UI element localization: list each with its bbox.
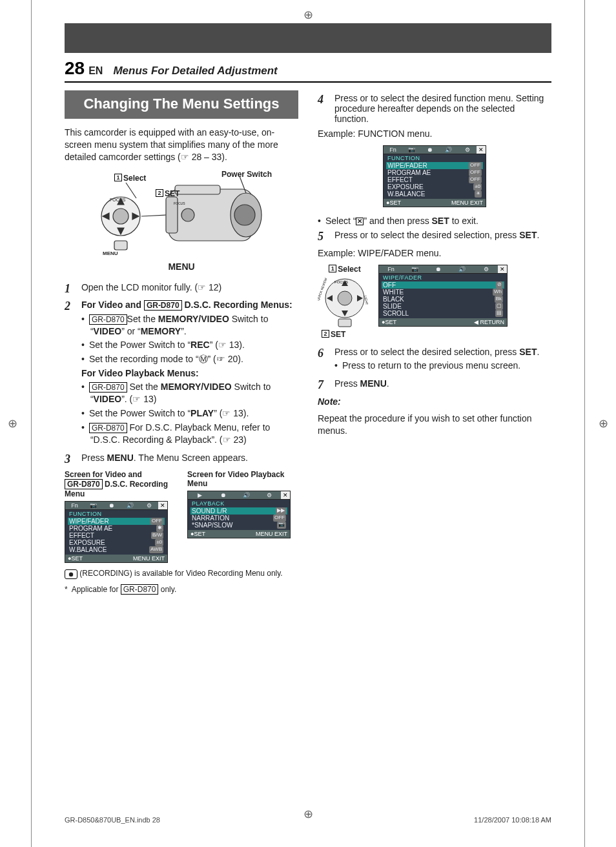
- print-footer: GR-D850&870UB_EN.indb 28 11/28/2007 10:0…: [65, 816, 551, 824]
- step2-bullet-2: Set the Power Switch to “REC” (☞ 13).: [90, 339, 298, 351]
- footer-timestamp: 11/28/2007 10:08:18 AM: [474, 816, 551, 824]
- callout-2: 2: [156, 189, 163, 197]
- step-number-4: 4: [318, 93, 332, 107]
- select-label: Select: [338, 265, 360, 274]
- footer-filename: GR-D850&870UB_EN.indb 28: [65, 816, 160, 824]
- step-number-6: 6: [318, 347, 332, 360]
- page-header: 28 EN Menus For Detailed Adjustment: [65, 58, 551, 83]
- model-badge: GR-D870: [65, 479, 103, 489]
- svg-rect-3: [175, 185, 220, 194]
- recording-menu-screenshot: Fn📷⏺🔊⚙✕FUNCTIONWIPE/FADEROFFPROGRAM AE✱E…: [65, 501, 168, 563]
- menu-button-label: MENU: [103, 250, 118, 256]
- step2-bullet-1: GR-D870Set the MEMORY/VIDEO Switch to “V…: [90, 313, 298, 338]
- step-2: 2 For Video and GR-D870 D.S.C. Recording…: [65, 300, 298, 449]
- camcorder-illustration: FOCUS FOCUS: [91, 170, 272, 260]
- step-7: 7 Press MENU.: [318, 378, 551, 392]
- svg-text:FOCUS: FOCUS: [174, 201, 185, 205]
- registration-mark-icon: ⊕: [599, 416, 608, 431]
- step-number-1: 1: [65, 282, 79, 296]
- dial-and-shot: 1Select FOCUS QUICK REVIEW LIGHT 2SET: [318, 265, 551, 339]
- power-switch-label: Power Switch: [221, 170, 272, 179]
- pb-bullet-1: GR-D870 Set the MEMORY/VIDEO Switch to “…: [90, 381, 298, 405]
- recording-icon-note: ⏺ (RECORDING) is available for Video Rec…: [65, 568, 298, 579]
- model-badge: GR-D870: [144, 300, 182, 311]
- step-1-text: Open the LCD monitor fully. (☞ 12): [81, 282, 298, 292]
- callout-1: 1: [329, 265, 336, 272]
- step2-lead-b: D.S.C. Recording Menus:: [182, 300, 293, 310]
- step-5: 5 Press or to select the desired selecti…: [318, 230, 551, 243]
- example-wipefader-label: Example: WIPE/FADER menu.: [318, 247, 551, 260]
- pb-bullet-2: Set the Power Switch to “PLAY” (☞ 13).: [90, 407, 298, 420]
- step-number-3: 3: [65, 453, 79, 466]
- svg-point-5: [181, 209, 194, 221]
- step2-bullet-3: Set the recording mode to “Ⓜ” (☞ 20).: [90, 353, 298, 365]
- step-1: 1 Open the LCD monitor fully. (☞ 12): [65, 282, 298, 296]
- select-label: Select: [123, 174, 146, 183]
- left-column: Changing The Menu Settings This camcorde…: [65, 90, 298, 600]
- intro-paragraph: This camcorder is equipped with an easy-…: [65, 127, 298, 163]
- model-badge: GR-D870: [121, 584, 159, 595]
- dial-icon: FOCUS QUICK REVIEW LIGHT: [318, 274, 372, 328]
- callout-1: 1: [114, 174, 122, 181]
- step-3: 3 Press MENU. The Menu Screen appears.: [65, 453, 298, 466]
- step6-sub: Press to return to the previous menu scr…: [344, 360, 551, 372]
- main-heading: Changing The Menu Settings: [65, 90, 298, 119]
- set-label: SET: [331, 330, 345, 339]
- shot1-caption: Screen for Video and GR-D870 D.S.C. Reco…: [65, 470, 176, 499]
- close-box-icon: ✕: [356, 218, 364, 225]
- step-number-7: 7: [318, 378, 332, 392]
- note-body: Repeat the procedure if you wish to set …: [318, 413, 551, 437]
- model-badge: GR-D870: [89, 382, 127, 393]
- svg-text:LIGHT: LIGHT: [364, 295, 369, 305]
- step2-lead-a: For Video and: [81, 300, 144, 310]
- function-menu-screenshot: Fn📷⏺🔊⚙✕FUNCTIONWIPE/FADEROFFPROGRAM AEOF…: [383, 145, 486, 207]
- step-number-5: 5: [318, 230, 332, 243]
- callout-2: 2: [322, 330, 329, 338]
- language-code: EN: [88, 65, 103, 77]
- playback-menus-head: For Video Playback Menus:: [81, 368, 199, 378]
- svg-text:FOCUS: FOCUS: [110, 198, 126, 202]
- svg-text:FOCUS: FOCUS: [334, 280, 348, 284]
- star-note: * Applicable for GR-D870 only.: [65, 584, 298, 595]
- camcorder-diagram: 1Select Power Switch 2SET MENU FOCUS: [65, 170, 298, 272]
- svg-rect-10: [114, 241, 127, 250]
- page-content: 28 EN Menus For Detailed Adjustment Chan…: [65, 58, 551, 795]
- svg-line-12: [126, 183, 136, 198]
- svg-point-2: [234, 205, 255, 225]
- step4-text: Press or to select the desired function …: [334, 93, 551, 124]
- registration-mark-icon: ⊕: [303, 8, 313, 22]
- wipefader-menu-screenshot: Fn📷⏺🔊⚙✕WIPE/FADEROFF⊘WHITEWhBLACKBkSLIDE…: [378, 265, 508, 327]
- svg-point-8: [113, 209, 128, 224]
- svg-line-11: [141, 215, 166, 216]
- right-column: 4 Press or to select the desired functio…: [318, 90, 551, 600]
- set-label: SET: [165, 189, 180, 198]
- shot2-caption: Screen for Video Playback Menu: [187, 470, 298, 489]
- page-number: 28: [65, 58, 85, 79]
- registration-mark-icon: ⊕: [8, 416, 17, 431]
- note-heading: Note:: [318, 396, 551, 408]
- step-number-2: 2: [65, 300, 79, 313]
- step-6: 6 Press or to select the desired selecti…: [318, 347, 551, 374]
- playback-menu-screenshot: ▶⏺🔊⚙✕PLAYBACKSOUND L/R▶▶NARRATIONOFF*SNA…: [187, 491, 291, 538]
- model-badge: GR-D870: [89, 423, 127, 433]
- step-4: 4 Press or to select the desired functio…: [318, 93, 551, 124]
- exit-note: Select “✕” and then press SET to exit.: [327, 215, 551, 227]
- recording-icon: ⏺: [65, 569, 77, 580]
- example-function-label: Example: FUNCTION menu.: [318, 128, 551, 140]
- svg-rect-19: [338, 319, 351, 327]
- model-badge: GR-D870: [89, 314, 127, 325]
- menu-screenshots-row: Screen for Video and GR-D870 D.S.C. Reco…: [65, 470, 298, 564]
- menu-caption: MENU: [168, 261, 194, 272]
- header-dark-band: [65, 23, 551, 53]
- svg-point-15: [338, 291, 352, 305]
- section-title: Menus For Detailed Adjustment: [113, 65, 277, 77]
- pb-bullet-3: GR-D870 For D.S.C. Playback Menu, refer …: [90, 422, 298, 446]
